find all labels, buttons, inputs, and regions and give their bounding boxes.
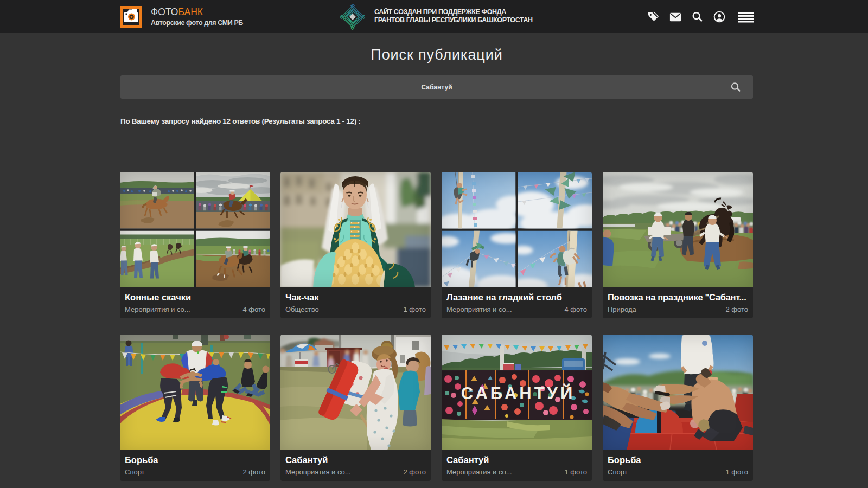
svg-text:САБАНТУЙ: САБАНТУЙ xyxy=(461,383,575,403)
